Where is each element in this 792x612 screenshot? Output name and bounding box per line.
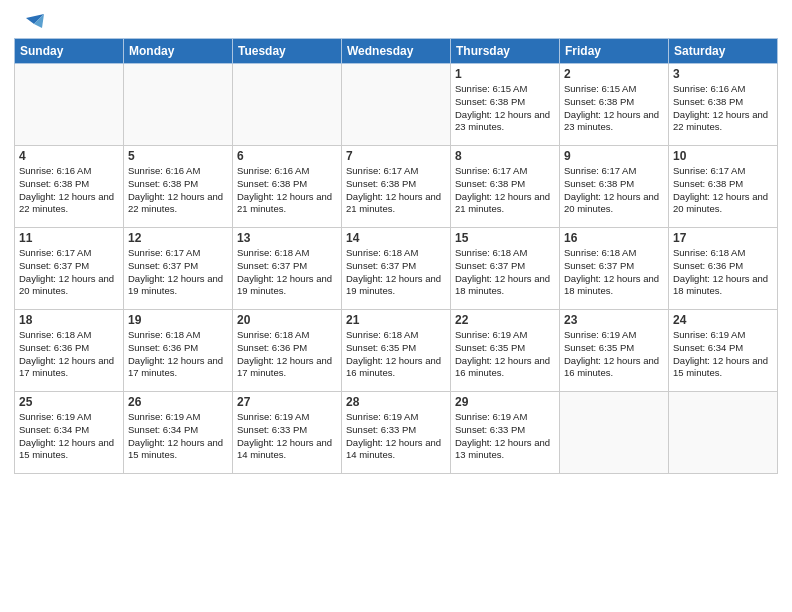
- day-cell: 27Sunrise: 6:19 AM Sunset: 6:33 PM Dayli…: [233, 392, 342, 474]
- day-info: Sunrise: 6:16 AM Sunset: 6:38 PM Dayligh…: [673, 83, 773, 134]
- page: SundayMondayTuesdayWednesdayThursdayFrid…: [0, 0, 792, 612]
- day-number: 5: [128, 149, 228, 163]
- day-info: Sunrise: 6:18 AM Sunset: 6:37 PM Dayligh…: [237, 247, 337, 298]
- day-cell: [560, 392, 669, 474]
- day-cell: 18Sunrise: 6:18 AM Sunset: 6:36 PM Dayli…: [15, 310, 124, 392]
- day-number: 4: [19, 149, 119, 163]
- logo-bird-icon: [16, 14, 44, 36]
- day-info: Sunrise: 6:19 AM Sunset: 6:34 PM Dayligh…: [128, 411, 228, 462]
- day-cell: 29Sunrise: 6:19 AM Sunset: 6:33 PM Dayli…: [451, 392, 560, 474]
- day-number: 6: [237, 149, 337, 163]
- calendar-body: 1Sunrise: 6:15 AM Sunset: 6:38 PM Daylig…: [15, 64, 778, 474]
- day-info: Sunrise: 6:17 AM Sunset: 6:38 PM Dayligh…: [346, 165, 446, 216]
- day-cell: 2Sunrise: 6:15 AM Sunset: 6:38 PM Daylig…: [560, 64, 669, 146]
- day-number: 13: [237, 231, 337, 245]
- day-number: 23: [564, 313, 664, 327]
- day-number: 25: [19, 395, 119, 409]
- day-info: Sunrise: 6:19 AM Sunset: 6:35 PM Dayligh…: [564, 329, 664, 380]
- day-number: 19: [128, 313, 228, 327]
- day-number: 20: [237, 313, 337, 327]
- day-cell: 4Sunrise: 6:16 AM Sunset: 6:38 PM Daylig…: [15, 146, 124, 228]
- week-row-3: 18Sunrise: 6:18 AM Sunset: 6:36 PM Dayli…: [15, 310, 778, 392]
- day-info: Sunrise: 6:18 AM Sunset: 6:36 PM Dayligh…: [19, 329, 119, 380]
- header-row: SundayMondayTuesdayWednesdayThursdayFrid…: [15, 39, 778, 64]
- day-number: 24: [673, 313, 773, 327]
- day-cell: 11Sunrise: 6:17 AM Sunset: 6:37 PM Dayli…: [15, 228, 124, 310]
- day-cell: 9Sunrise: 6:17 AM Sunset: 6:38 PM Daylig…: [560, 146, 669, 228]
- day-number: 29: [455, 395, 555, 409]
- day-info: Sunrise: 6:16 AM Sunset: 6:38 PM Dayligh…: [128, 165, 228, 216]
- day-number: 7: [346, 149, 446, 163]
- day-cell: 1Sunrise: 6:15 AM Sunset: 6:38 PM Daylig…: [451, 64, 560, 146]
- day-number: 9: [564, 149, 664, 163]
- day-cell: [342, 64, 451, 146]
- day-info: Sunrise: 6:19 AM Sunset: 6:33 PM Dayligh…: [455, 411, 555, 462]
- day-number: 26: [128, 395, 228, 409]
- logo: [14, 14, 44, 32]
- day-number: 3: [673, 67, 773, 81]
- header-day-wednesday: Wednesday: [342, 39, 451, 64]
- day-cell: 25Sunrise: 6:19 AM Sunset: 6:34 PM Dayli…: [15, 392, 124, 474]
- day-number: 12: [128, 231, 228, 245]
- day-info: Sunrise: 6:17 AM Sunset: 6:38 PM Dayligh…: [673, 165, 773, 216]
- day-info: Sunrise: 6:19 AM Sunset: 6:33 PM Dayligh…: [237, 411, 337, 462]
- day-cell: 22Sunrise: 6:19 AM Sunset: 6:35 PM Dayli…: [451, 310, 560, 392]
- day-info: Sunrise: 6:19 AM Sunset: 6:35 PM Dayligh…: [455, 329, 555, 380]
- day-cell: 7Sunrise: 6:17 AM Sunset: 6:38 PM Daylig…: [342, 146, 451, 228]
- day-cell: 19Sunrise: 6:18 AM Sunset: 6:36 PM Dayli…: [124, 310, 233, 392]
- header: [14, 10, 778, 32]
- day-cell: 10Sunrise: 6:17 AM Sunset: 6:38 PM Dayli…: [669, 146, 778, 228]
- day-info: Sunrise: 6:16 AM Sunset: 6:38 PM Dayligh…: [19, 165, 119, 216]
- day-cell: 20Sunrise: 6:18 AM Sunset: 6:36 PM Dayli…: [233, 310, 342, 392]
- calendar-header: SundayMondayTuesdayWednesdayThursdayFrid…: [15, 39, 778, 64]
- week-row-2: 11Sunrise: 6:17 AM Sunset: 6:37 PM Dayli…: [15, 228, 778, 310]
- day-info: Sunrise: 6:16 AM Sunset: 6:38 PM Dayligh…: [237, 165, 337, 216]
- day-number: 8: [455, 149, 555, 163]
- day-info: Sunrise: 6:18 AM Sunset: 6:36 PM Dayligh…: [128, 329, 228, 380]
- day-info: Sunrise: 6:18 AM Sunset: 6:37 PM Dayligh…: [346, 247, 446, 298]
- day-cell: 28Sunrise: 6:19 AM Sunset: 6:33 PM Dayli…: [342, 392, 451, 474]
- header-day-friday: Friday: [560, 39, 669, 64]
- day-cell: 15Sunrise: 6:18 AM Sunset: 6:37 PM Dayli…: [451, 228, 560, 310]
- header-day-saturday: Saturday: [669, 39, 778, 64]
- day-number: 28: [346, 395, 446, 409]
- day-cell: 13Sunrise: 6:18 AM Sunset: 6:37 PM Dayli…: [233, 228, 342, 310]
- day-info: Sunrise: 6:19 AM Sunset: 6:34 PM Dayligh…: [673, 329, 773, 380]
- day-cell: 23Sunrise: 6:19 AM Sunset: 6:35 PM Dayli…: [560, 310, 669, 392]
- day-info: Sunrise: 6:17 AM Sunset: 6:37 PM Dayligh…: [128, 247, 228, 298]
- day-info: Sunrise: 6:18 AM Sunset: 6:37 PM Dayligh…: [564, 247, 664, 298]
- day-info: Sunrise: 6:15 AM Sunset: 6:38 PM Dayligh…: [564, 83, 664, 134]
- day-cell: 21Sunrise: 6:18 AM Sunset: 6:35 PM Dayli…: [342, 310, 451, 392]
- day-info: Sunrise: 6:19 AM Sunset: 6:34 PM Dayligh…: [19, 411, 119, 462]
- day-cell: 8Sunrise: 6:17 AM Sunset: 6:38 PM Daylig…: [451, 146, 560, 228]
- day-info: Sunrise: 6:19 AM Sunset: 6:33 PM Dayligh…: [346, 411, 446, 462]
- day-number: 27: [237, 395, 337, 409]
- day-info: Sunrise: 6:17 AM Sunset: 6:37 PM Dayligh…: [19, 247, 119, 298]
- calendar-table: SundayMondayTuesdayWednesdayThursdayFrid…: [14, 38, 778, 474]
- week-row-0: 1Sunrise: 6:15 AM Sunset: 6:38 PM Daylig…: [15, 64, 778, 146]
- day-info: Sunrise: 6:18 AM Sunset: 6:37 PM Dayligh…: [455, 247, 555, 298]
- day-cell: [15, 64, 124, 146]
- day-info: Sunrise: 6:18 AM Sunset: 6:35 PM Dayligh…: [346, 329, 446, 380]
- day-info: Sunrise: 6:15 AM Sunset: 6:38 PM Dayligh…: [455, 83, 555, 134]
- day-cell: 12Sunrise: 6:17 AM Sunset: 6:37 PM Dayli…: [124, 228, 233, 310]
- day-info: Sunrise: 6:18 AM Sunset: 6:36 PM Dayligh…: [673, 247, 773, 298]
- day-info: Sunrise: 6:18 AM Sunset: 6:36 PM Dayligh…: [237, 329, 337, 380]
- header-day-monday: Monday: [124, 39, 233, 64]
- day-number: 17: [673, 231, 773, 245]
- day-number: 10: [673, 149, 773, 163]
- header-day-tuesday: Tuesday: [233, 39, 342, 64]
- day-cell: [124, 64, 233, 146]
- day-info: Sunrise: 6:17 AM Sunset: 6:38 PM Dayligh…: [455, 165, 555, 216]
- day-cell: 6Sunrise: 6:16 AM Sunset: 6:38 PM Daylig…: [233, 146, 342, 228]
- day-cell: 14Sunrise: 6:18 AM Sunset: 6:37 PM Dayli…: [342, 228, 451, 310]
- day-cell: 17Sunrise: 6:18 AM Sunset: 6:36 PM Dayli…: [669, 228, 778, 310]
- week-row-1: 4Sunrise: 6:16 AM Sunset: 6:38 PM Daylig…: [15, 146, 778, 228]
- day-number: 21: [346, 313, 446, 327]
- header-day-sunday: Sunday: [15, 39, 124, 64]
- day-number: 18: [19, 313, 119, 327]
- day-cell: [669, 392, 778, 474]
- day-number: 16: [564, 231, 664, 245]
- day-number: 15: [455, 231, 555, 245]
- day-cell: 16Sunrise: 6:18 AM Sunset: 6:37 PM Dayli…: [560, 228, 669, 310]
